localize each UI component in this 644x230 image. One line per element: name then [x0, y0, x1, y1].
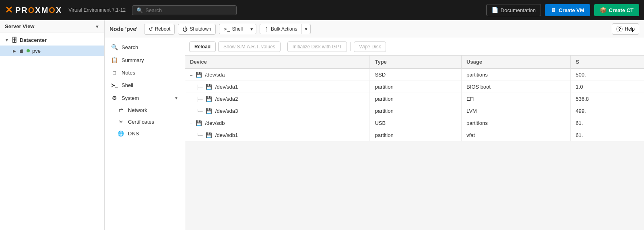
- sidebar-item-pve[interactable]: ▶ 🖥 pve: [0, 46, 104, 56]
- chevron-down-icon: ▼: [250, 27, 254, 31]
- nav-sub-item-certificates[interactable]: ✳ Certificates: [105, 116, 185, 128]
- table-row[interactable]: └─ 💾 /dev/sdb1 partition vfat 61.: [185, 129, 644, 141]
- disk-table-header: Device Type Usage S: [185, 56, 644, 68]
- tree-corner-icon: ├─: [196, 97, 203, 102]
- shell-split-button[interactable]: ≻_ Shell ▼: [219, 24, 256, 34]
- type-cell: partition: [370, 93, 462, 105]
- type-cell: partition: [370, 81, 462, 93]
- reboot-icon: ↺: [149, 26, 153, 32]
- usage-cell: LVM: [461, 105, 570, 117]
- tree-corner-icon: ├─: [196, 85, 203, 89]
- bulk-actions-split-button[interactable]: ⋮ Bulk Actions ▼: [260, 24, 311, 34]
- help-button[interactable]: ? Help: [612, 23, 639, 35]
- size-cell: 61.: [571, 117, 644, 129]
- pve-node-icon: 🖥: [19, 48, 24, 54]
- device-cell: ├─ 💾 /dev/sda1: [185, 81, 370, 93]
- wipe-disk-button[interactable]: Wipe Disk: [354, 41, 386, 52]
- size-cell: 61.: [571, 129, 644, 141]
- disk-toolbar: Reload Show S.M.A.R.T. values Initialize…: [185, 38, 644, 56]
- sidebar-item-datacenter[interactable]: ▼ 🗄 Datacenter: [0, 35, 104, 46]
- type-cell: SSD: [370, 68, 462, 81]
- expand-icon: –: [190, 121, 192, 126]
- disk-icon: 💾: [196, 120, 202, 126]
- panel-body: 🔍 Search 📋 Summary □ Notes ≻_ Shell ⚙: [105, 38, 644, 230]
- shell-button[interactable]: ≻_ Shell: [219, 24, 247, 34]
- table-row[interactable]: ├─ 💾 /dev/sda1 partition BIOS boot 1.0: [185, 81, 644, 93]
- partition-icon: 💾: [206, 84, 212, 90]
- partition-icon: 💾: [206, 108, 212, 114]
- col-device: Device: [185, 56, 370, 68]
- usage-cell: vfat: [461, 129, 570, 141]
- device-cell: – 💾 /dev/sdb: [185, 117, 370, 129]
- summary-nav-icon: 📋: [111, 57, 118, 63]
- create-vm-button[interactable]: 🖥 Create VM: [545, 4, 590, 16]
- sidebar: Server View ▼ ▼ 🗄 Datacenter ▶ 🖥 pve: [0, 20, 105, 230]
- content-area: Node 'pve' ↺ Reboot ⏻ Shutdown ≻_ Shell …: [105, 20, 644, 230]
- nav-item-shell[interactable]: ≻_ Shell: [105, 79, 185, 91]
- table-row[interactable]: – 💾 /dev/sdb USB partitions 61.: [185, 117, 644, 129]
- nav-dns-label: DNS: [128, 131, 139, 137]
- nav-summary-label: Summary: [122, 57, 144, 63]
- tree-corner-icon: └─: [196, 133, 203, 138]
- size-cell: 1.0: [571, 81, 644, 93]
- node-toolbar: Node 'pve' ↺ Reboot ⏻ Shutdown ≻_ Shell …: [105, 20, 644, 38]
- table-row[interactable]: ├─ 💾 /dev/sda2 partition EFI 536.8: [185, 93, 644, 105]
- certificates-sub-icon: ✳: [118, 119, 124, 125]
- shutdown-button[interactable]: ⏻ Shutdown: [178, 24, 215, 35]
- logo: ✕ PROXMOX Virtual Environment 7.1-12: [5, 4, 126, 16]
- usage-cell: EFI: [461, 93, 570, 105]
- device-cell: – 💾 /dev/sda: [185, 68, 370, 81]
- nav-sub-item-network[interactable]: ⇄ Network: [105, 104, 185, 116]
- init-gpt-button[interactable]: Initialize Disk with GPT: [287, 41, 347, 52]
- device-cell: └─ 💾 /dev/sdb1: [185, 129, 370, 141]
- size-cell: 500.: [571, 68, 644, 81]
- view-dropdown-icon[interactable]: ▼: [95, 24, 99, 29]
- nav-system-label: System: [122, 95, 139, 101]
- nav-item-summary[interactable]: 📋 Summary: [105, 54, 185, 66]
- type-cell: partition: [370, 105, 462, 117]
- tree-area: ▼ 🗄 Datacenter ▶ 🖥 pve: [0, 33, 104, 230]
- top-header: ✕ PROXMOX Virtual Environment 7.1-12 🔍 📄…: [0, 0, 644, 20]
- device-cell: ├─ 💾 /dev/sda2: [185, 93, 370, 105]
- nav-sub-item-dns[interactable]: 🌐 DNS: [105, 128, 185, 139]
- usage-cell: partitions: [461, 117, 570, 129]
- disk-table-body: – 💾 /dev/sda SSD partitions 500.: [185, 68, 644, 141]
- search-box[interactable]: 🔍: [132, 5, 237, 15]
- search-icon: 🔍: [136, 7, 143, 13]
- smart-values-button[interactable]: Show S.M.A.R.T. values: [218, 41, 281, 52]
- nav-search-label: Search: [122, 44, 138, 50]
- search-nav-icon: 🔍: [111, 44, 118, 50]
- node-title: Node 'pve': [109, 26, 138, 32]
- nav-shell-label: Shell: [122, 82, 133, 88]
- table-row[interactable]: └─ 💾 /dev/sda3 partition LVM 499.: [185, 105, 644, 117]
- documentation-button[interactable]: 📄 Documentation: [486, 4, 541, 16]
- reboot-button[interactable]: ↺ Reboot: [144, 24, 175, 35]
- datacenter-collapse-icon: ▼: [5, 38, 9, 42]
- tree-corner-icon: └─: [196, 109, 203, 114]
- table-row[interactable]: – 💾 /dev/sda SSD partitions 500.: [185, 68, 644, 81]
- nav-item-notes[interactable]: □ Notes: [105, 66, 185, 79]
- reload-button[interactable]: Reload: [189, 41, 216, 52]
- col-type: Type: [370, 56, 462, 68]
- col-size: S: [571, 56, 644, 68]
- search-input[interactable]: [145, 7, 226, 13]
- toolbar-separator-1: [284, 42, 284, 51]
- shell-nav-icon: ≻_: [111, 83, 118, 88]
- disk-icon: 💾: [196, 72, 202, 78]
- bulk-actions-button[interactable]: ⋮ Bulk Actions: [260, 24, 301, 34]
- device-name: /dev/sdb1: [215, 132, 238, 138]
- device-name: /dev/sda1: [215, 84, 238, 90]
- partition-icon: 💾: [206, 96, 212, 102]
- system-chevron-icon: ▼: [174, 96, 178, 100]
- bulk-actions-dropdown-button[interactable]: ▼: [301, 24, 311, 34]
- logo-text: PROXMOX: [15, 6, 62, 15]
- nav-network-label: Network: [128, 107, 147, 113]
- nav-item-system[interactable]: ⚙ System ▼: [105, 91, 185, 104]
- device-cell: └─ 💾 /dev/sda3: [185, 105, 370, 117]
- bulk-icon: ⋮: [264, 26, 269, 32]
- shell-dropdown-button[interactable]: ▼: [247, 24, 256, 34]
- create-ct-button[interactable]: 📦 Create CT: [594, 4, 639, 16]
- dns-sub-icon: 🌐: [118, 131, 124, 137]
- nav-item-search[interactable]: 🔍 Search: [105, 41, 185, 54]
- system-nav-icon: ⚙: [111, 95, 118, 101]
